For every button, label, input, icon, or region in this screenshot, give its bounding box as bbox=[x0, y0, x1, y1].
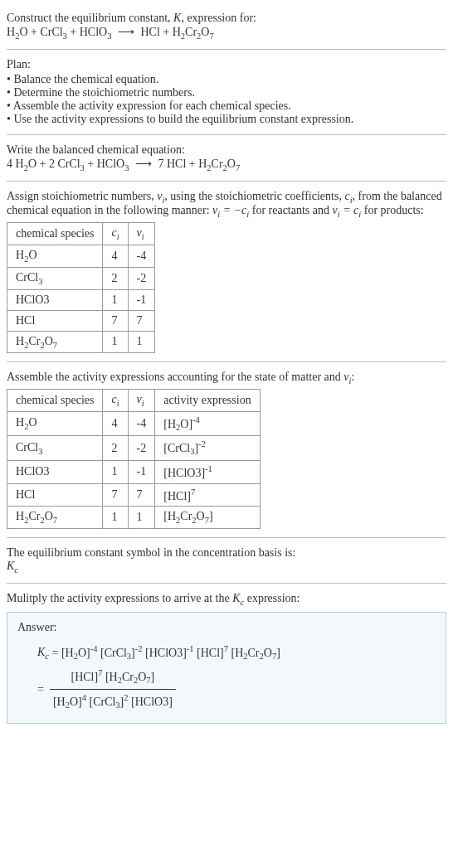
table-row: HCl77[HCl]7 bbox=[7, 483, 261, 507]
rel-reactants: νi = −ci bbox=[212, 204, 249, 216]
kc-inline: Kc bbox=[232, 592, 244, 604]
unbalanced-equation: H2O + CrCl3 + HClO3 ⟶ HCl + H2Cr2O7 bbox=[7, 26, 214, 38]
plan-item: Assemble the activity expression for eac… bbox=[7, 99, 446, 113]
plan-block: Plan: Balance the chemical equation. Det… bbox=[7, 53, 446, 131]
ci-cell: 1 bbox=[103, 289, 128, 310]
ci-cell: 4 bbox=[103, 245, 128, 267]
intro-text: Construct the equilibrium constant, bbox=[7, 12, 173, 24]
table-header-row: chemical species ci νi activity expressi… bbox=[7, 390, 261, 412]
kc-symbol-block: The equilibrium constant symbol in the c… bbox=[7, 541, 446, 579]
divider bbox=[7, 361, 446, 362]
col-nui: νi bbox=[128, 390, 155, 412]
nui-cell: -2 bbox=[128, 267, 155, 289]
ci-cell: 2 bbox=[103, 267, 128, 289]
species-cell: H2Cr2O7 bbox=[7, 507, 103, 529]
nui-cell: 7 bbox=[128, 483, 155, 507]
table-header-row: chemical species ci νi bbox=[7, 223, 155, 245]
answer-box: Answer: Kc = [H2O]-4 [CrCl3]-2 [HClO3]-1… bbox=[7, 612, 446, 724]
ci-cell: 1 bbox=[103, 331, 128, 353]
species-cell: HClO3 bbox=[7, 460, 103, 483]
answer-block: Mulitply the activity expressions to arr… bbox=[7, 587, 446, 729]
table-row: H2O4-4 bbox=[7, 245, 155, 267]
divider bbox=[7, 134, 446, 135]
kc-numerator: [HCl]7 [H2Cr2O7] bbox=[50, 665, 176, 690]
divider bbox=[7, 583, 446, 584]
stoich-table: chemical species ci νi H2O4-4 CrCl32-2 H… bbox=[7, 222, 155, 353]
intro-k: K bbox=[173, 12, 181, 24]
divider bbox=[7, 49, 446, 50]
nu-symbol: νi bbox=[343, 371, 351, 383]
plan-item: Determine the stoichiometric numbers. bbox=[7, 86, 446, 99]
species-cell: H2Cr2O7 bbox=[7, 331, 103, 353]
divider bbox=[7, 537, 446, 538]
ci-cell: 7 bbox=[103, 310, 128, 331]
col-nui: νi bbox=[128, 223, 155, 245]
nui-cell: -1 bbox=[128, 460, 155, 483]
activity-cell: [H2O]-4 bbox=[155, 411, 260, 435]
intro-text2: , expression for: bbox=[181, 12, 256, 24]
kc-heading: The equilibrium constant symbol in the c… bbox=[7, 546, 446, 560]
activity-block: Assemble the activity expressions accoun… bbox=[7, 366, 446, 534]
divider bbox=[7, 181, 446, 182]
nui-cell: -1 bbox=[128, 289, 155, 310]
activity-cell: [CrCl3]-2 bbox=[155, 436, 260, 460]
nui-cell: -2 bbox=[128, 436, 155, 460]
activity-cell: [HClO3]-1 bbox=[155, 460, 260, 483]
table-row: HClO31-1 bbox=[7, 289, 155, 310]
table-row: H2Cr2O711[H2Cr2O7] bbox=[7, 507, 261, 529]
species-cell: H2O bbox=[7, 411, 103, 435]
species-cell: HClO3 bbox=[7, 289, 103, 310]
species-cell: CrCl3 bbox=[7, 436, 103, 460]
balanced-heading: Write the balanced chemical equation: bbox=[7, 143, 446, 157]
stoich-text4: for reactants and bbox=[249, 204, 332, 216]
balanced-equation: 4 H2O + 2 CrCl3 + HClO3 ⟶ 7 HCl + H2Cr2O… bbox=[7, 158, 240, 170]
kc-denominator: [H2O]4 [CrCl3]2 [HClO3] bbox=[50, 690, 176, 714]
ci-cell: 1 bbox=[103, 460, 128, 483]
ci-cell: 7 bbox=[103, 483, 128, 507]
ci-cell: 4 bbox=[103, 411, 128, 435]
table-row: H2Cr2O711 bbox=[7, 331, 155, 353]
col-species: chemical species bbox=[7, 223, 103, 245]
table-row: HCl77 bbox=[7, 310, 155, 331]
table-row: CrCl32-2 bbox=[7, 267, 155, 289]
ci-cell: 1 bbox=[103, 507, 128, 529]
plan-list: Balance the chemical equation. Determine… bbox=[7, 73, 446, 126]
stoich-text1: Assign stoichiometric numbers, bbox=[7, 190, 157, 202]
col-ci: ci bbox=[103, 390, 128, 412]
c-symbol: ci bbox=[344, 190, 352, 202]
stoich-text2: , using the stoichiometric coefficients, bbox=[164, 190, 344, 202]
nui-cell: 1 bbox=[128, 331, 155, 353]
nui-cell: 7 bbox=[128, 310, 155, 331]
answer-label: Answer: bbox=[17, 621, 436, 634]
species-cell: H2O bbox=[7, 245, 103, 267]
col-activity: activity expression bbox=[155, 390, 260, 412]
stoich-text: Assign stoichiometric numbers, νi, using… bbox=[7, 190, 446, 220]
col-ci: ci bbox=[103, 223, 128, 245]
activity-heading-text: Assemble the activity expressions accoun… bbox=[7, 371, 343, 383]
stoich-block: Assign stoichiometric numbers, νi, using… bbox=[7, 185, 446, 359]
species-cell: CrCl3 bbox=[7, 267, 103, 289]
activity-table: chemical species ci νi activity expressi… bbox=[7, 389, 261, 529]
kc-symbol: Kc bbox=[7, 560, 446, 575]
kc-expression: Kc = [H2O]-4 [CrCl3]-2 [HClO3]-1 [HCl]7 … bbox=[37, 641, 436, 665]
plan-item: Balance the chemical equation. bbox=[7, 73, 446, 86]
plan-heading: Plan: bbox=[7, 58, 446, 71]
multiply-heading-text: Mulitply the activity expressions to arr… bbox=[7, 592, 232, 604]
nu-symbol: νi bbox=[157, 190, 164, 202]
table-row: CrCl32-2[CrCl3]-2 bbox=[7, 436, 261, 460]
table-row: H2O4-4[H2O]-4 bbox=[7, 411, 261, 435]
rel-products: νi = ci bbox=[333, 204, 362, 216]
col-species: chemical species bbox=[7, 390, 103, 412]
activity-heading: Assemble the activity expressions accoun… bbox=[7, 371, 446, 386]
balanced-block: Write the balanced chemical equation: 4 … bbox=[7, 138, 446, 177]
nui-cell: 1 bbox=[128, 507, 155, 529]
multiply-heading-text2: expression: bbox=[244, 592, 300, 604]
species-cell: HCl bbox=[7, 483, 103, 507]
table-row: HClO31-1[HClO3]-1 bbox=[7, 460, 261, 483]
multiply-heading: Mulitply the activity expressions to arr… bbox=[7, 592, 446, 607]
ci-cell: 2 bbox=[103, 436, 128, 460]
kc-fraction: = [HCl]7 [H2Cr2O7] [H2O]4 [CrCl3]2 [HClO… bbox=[37, 665, 436, 715]
nui-cell: -4 bbox=[128, 245, 155, 267]
activity-cell: [H2Cr2O7] bbox=[155, 507, 260, 529]
species-cell: HCl bbox=[7, 310, 103, 331]
